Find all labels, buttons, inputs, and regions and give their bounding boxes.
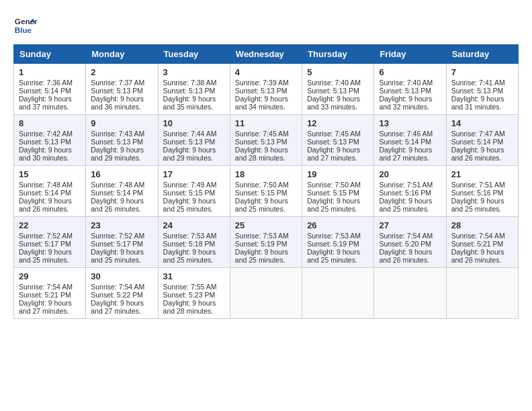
daylight-text: Daylight: 9 hours and 26 minutes. (451, 146, 504, 162)
table-row: 2 Sunrise: 7:37 AM Sunset: 5:13 PM Dayli… (86, 64, 158, 115)
table-row: 26 Sunrise: 7:53 AM Sunset: 5:19 PM Dayl… (302, 217, 374, 268)
daylight-text: Daylight: 9 hours and 25 minutes. (307, 197, 360, 213)
sunrise-text: Sunrise: 7:53 AM (163, 232, 217, 240)
day-number: 4 (235, 67, 297, 77)
daylight-text: Daylight: 9 hours and 25 minutes. (91, 248, 144, 264)
day-number: 6 (379, 67, 441, 77)
daylight-text: Daylight: 9 hours and 29 minutes. (91, 146, 144, 162)
table-row: 20 Sunrise: 7:51 AM Sunset: 5:16 PM Dayl… (374, 166, 446, 217)
table-row: 16 Sunrise: 7:48 AM Sunset: 5:14 PM Dayl… (86, 166, 158, 217)
sunset-text: Sunset: 5:17 PM (91, 240, 143, 248)
table-row: 22 Sunrise: 7:52 AM Sunset: 5:17 PM Dayl… (14, 217, 86, 268)
sunrise-text: Sunrise: 7:47 AM (451, 130, 505, 138)
table-row: 31 Sunrise: 7:55 AM Sunset: 5:23 PM Dayl… (158, 268, 230, 319)
table-row (446, 268, 518, 319)
table-row (374, 268, 446, 319)
sunrise-text: Sunrise: 7:53 AM (307, 232, 361, 240)
daylight-text: Daylight: 9 hours and 25 minutes. (235, 248, 288, 264)
sunset-text: Sunset: 5:13 PM (307, 87, 359, 95)
day-number: 27 (379, 220, 441, 230)
sunrise-text: Sunrise: 7:46 AM (379, 130, 433, 138)
sunrise-text: Sunrise: 7:51 AM (379, 181, 433, 189)
sunset-text: Sunset: 5:15 PM (163, 189, 216, 197)
day-number: 21 (451, 169, 513, 179)
sunset-text: Sunset: 5:13 PM (379, 87, 431, 95)
logo-icon: General Blue (13, 13, 38, 38)
sunset-text: Sunset: 5:14 PM (19, 189, 71, 197)
daylight-text: Daylight: 9 hours and 26 minutes. (451, 248, 504, 264)
daylight-text: Daylight: 9 hours and 25 minutes. (451, 197, 504, 213)
table-row: 15 Sunrise: 7:48 AM Sunset: 5:14 PM Dayl… (14, 166, 86, 217)
day-number: 2 (91, 67, 152, 77)
day-number: 23 (91, 220, 152, 230)
sunset-text: Sunset: 5:21 PM (19, 291, 71, 299)
sunset-text: Sunset: 5:13 PM (91, 87, 143, 95)
table-row: 7 Sunrise: 7:41 AM Sunset: 5:13 PM Dayli… (446, 64, 518, 115)
sunset-text: Sunset: 5:20 PM (379, 240, 431, 248)
sunset-text: Sunset: 5:16 PM (379, 189, 431, 197)
day-number: 14 (451, 118, 513, 128)
table-row: 6 Sunrise: 7:40 AM Sunset: 5:13 PM Dayli… (374, 64, 446, 115)
sunrise-text: Sunrise: 7:54 AM (379, 232, 433, 240)
table-row: 12 Sunrise: 7:45 AM Sunset: 5:13 PM Dayl… (302, 115, 374, 166)
table-row: 4 Sunrise: 7:39 AM Sunset: 5:13 PM Dayli… (230, 64, 302, 115)
daylight-text: Daylight: 9 hours and 25 minutes. (307, 248, 360, 264)
sunrise-text: Sunrise: 7:52 AM (19, 232, 73, 240)
day-number: 11 (235, 118, 297, 128)
daylight-text: Daylight: 9 hours and 29 minutes. (163, 146, 216, 162)
sunset-text: Sunset: 5:19 PM (235, 240, 287, 248)
sunset-text: Sunset: 5:14 PM (451, 138, 504, 146)
daylight-text: Daylight: 9 hours and 25 minutes. (235, 197, 288, 213)
table-row: 14 Sunrise: 7:47 AM Sunset: 5:14 PM Dayl… (446, 115, 518, 166)
table-row: 3 Sunrise: 7:38 AM Sunset: 5:13 PM Dayli… (158, 64, 230, 115)
daylight-text: Daylight: 9 hours and 27 minutes. (19, 299, 72, 315)
sunrise-text: Sunrise: 7:42 AM (19, 130, 73, 138)
sunrise-text: Sunrise: 7:53 AM (235, 232, 289, 240)
day-number: 25 (235, 220, 297, 230)
table-row: 13 Sunrise: 7:46 AM Sunset: 5:14 PM Dayl… (374, 115, 446, 166)
daylight-text: Daylight: 9 hours and 32 minutes. (379, 95, 432, 111)
sunset-text: Sunset: 5:15 PM (307, 189, 359, 197)
daylight-text: Daylight: 9 hours and 31 minutes. (451, 95, 504, 111)
table-row: 29 Sunrise: 7:54 AM Sunset: 5:21 PM Dayl… (14, 268, 86, 319)
weekday-header: Friday (374, 45, 446, 64)
day-number: 10 (163, 118, 225, 128)
weekday-header: Wednesday (230, 45, 302, 64)
day-number: 31 (163, 271, 225, 281)
daylight-text: Daylight: 9 hours and 25 minutes. (19, 248, 72, 264)
sunset-text: Sunset: 5:14 PM (379, 138, 431, 146)
daylight-text: Daylight: 9 hours and 27 minutes. (307, 146, 360, 162)
daylight-text: Daylight: 9 hours and 36 minutes. (91, 95, 144, 111)
sunrise-text: Sunrise: 7:45 AM (235, 130, 289, 138)
table-row (230, 268, 302, 319)
day-number: 13 (379, 118, 441, 128)
daylight-text: Daylight: 9 hours and 25 minutes. (379, 197, 432, 213)
sunrise-text: Sunrise: 7:40 AM (307, 79, 361, 87)
table-row: 19 Sunrise: 7:50 AM Sunset: 5:15 PM Dayl… (302, 166, 374, 217)
page-header: General Blue (13, 13, 519, 38)
table-row: 24 Sunrise: 7:53 AM Sunset: 5:18 PM Dayl… (158, 217, 230, 268)
sunrise-text: Sunrise: 7:54 AM (19, 283, 73, 291)
day-number: 16 (91, 169, 152, 179)
table-row: 8 Sunrise: 7:42 AM Sunset: 5:13 PM Dayli… (14, 115, 86, 166)
table-row: 21 Sunrise: 7:51 AM Sunset: 5:16 PM Dayl… (446, 166, 518, 217)
sunrise-text: Sunrise: 7:36 AM (19, 79, 73, 87)
daylight-text: Daylight: 9 hours and 26 minutes. (379, 248, 432, 264)
sunrise-text: Sunrise: 7:41 AM (451, 79, 505, 87)
sunset-text: Sunset: 5:18 PM (163, 240, 216, 248)
table-row: 28 Sunrise: 7:54 AM Sunset: 5:21 PM Dayl… (446, 217, 518, 268)
sunset-text: Sunset: 5:13 PM (235, 138, 287, 146)
sunrise-text: Sunrise: 7:55 AM (163, 283, 217, 291)
sunset-text: Sunset: 5:14 PM (91, 189, 143, 197)
day-number: 12 (307, 118, 369, 128)
sunrise-text: Sunrise: 7:43 AM (91, 130, 144, 138)
day-number: 24 (163, 220, 225, 230)
day-number: 26 (307, 220, 369, 230)
day-number: 28 (451, 220, 513, 230)
daylight-text: Daylight: 9 hours and 26 minutes. (91, 197, 144, 213)
weekday-header: Sunday (14, 45, 86, 64)
day-number: 7 (451, 67, 513, 77)
sunrise-text: Sunrise: 7:37 AM (91, 79, 144, 87)
sunrise-text: Sunrise: 7:54 AM (451, 232, 505, 240)
daylight-text: Daylight: 9 hours and 25 minutes. (163, 248, 216, 264)
